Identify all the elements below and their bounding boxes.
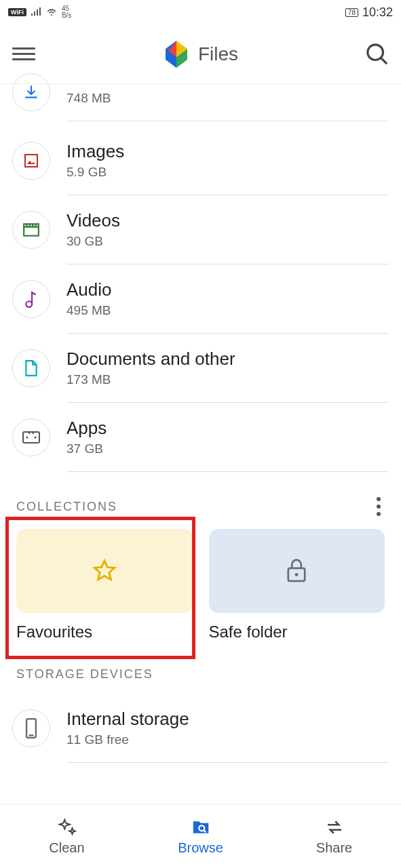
category-images[interactable]: Images 5.9 GB [0, 126, 401, 195]
apps-icon [12, 418, 50, 456]
category-body: 748 MB [66, 84, 389, 121]
lock-icon [285, 558, 308, 584]
hamburger-menu-button[interactable] [12, 43, 35, 66]
safe-folder-label: Safe folder [209, 623, 385, 642]
network-speed: 45 B/s [62, 5, 71, 19]
nav-share-label: Share [316, 840, 352, 856]
category-size: 748 MB [66, 91, 389, 106]
files-app-logo-icon [163, 41, 190, 68]
category-audio[interactable]: Audio 495 MB [0, 264, 401, 334]
download-icon [12, 73, 50, 111]
category-body: Images 5.9 GB [66, 126, 389, 195]
collections-header: COLLECTIONS [16, 500, 117, 514]
storage-sub: 11 GB free [66, 732, 389, 747]
net-speed-unit: B/s [62, 12, 71, 19]
clock: 10:32 [362, 5, 393, 20]
nav-clean-label: Clean [49, 840, 84, 856]
bottom-nav: Clean Browse Share [0, 804, 401, 868]
search-button[interactable] [366, 43, 389, 66]
phone-icon [12, 709, 50, 747]
collections-grid: Favourites Safe folder [0, 529, 401, 660]
status-right: 78 10:32 [345, 5, 393, 20]
nav-browse-label: Browse [178, 840, 223, 856]
wifi-icon [45, 7, 58, 17]
nav-clean[interactable]: Clean [0, 805, 134, 868]
header-title-wrap: Files [47, 41, 354, 68]
category-title: Documents and other [66, 349, 389, 370]
image-icon [12, 142, 50, 180]
video-icon [12, 211, 50, 249]
app-title: Files [198, 43, 238, 65]
favourites-label: Favourites [16, 623, 193, 642]
status-bar: WiFi 45 B/s 78 10:32 [0, 0, 401, 24]
categories-list: 748 MB Images 5.9 GB Videos 30 GB Audio … [0, 84, 401, 472]
battery-indicator: 78 [345, 8, 358, 17]
swap-arrows-icon [324, 817, 345, 837]
category-body: Apps 37 GB [66, 403, 389, 472]
audio-icon [12, 280, 50, 318]
document-icon [12, 349, 50, 387]
category-body: Videos 30 GB [66, 195, 389, 264]
sparkle-icon [57, 817, 77, 837]
folder-search-icon [191, 817, 211, 837]
category-size: 30 GB [66, 234, 389, 249]
category-documents[interactable]: Documents and other 173 MB [0, 334, 401, 403]
collections-header-row: COLLECTIONS [0, 472, 401, 529]
favourites-tile [16, 529, 193, 613]
wifi-badge: WiFi [8, 8, 26, 16]
svg-point-2 [26, 301, 32, 307]
storage-title: Internal storage [66, 709, 389, 730]
category-downloads[interactable]: 748 MB [0, 84, 401, 126]
collection-favourites[interactable]: Favourites [16, 529, 193, 642]
category-size: 495 MB [66, 303, 389, 318]
category-title: Apps [66, 418, 389, 439]
category-videos[interactable]: Videos 30 GB [0, 195, 401, 264]
status-left: WiFi 45 B/s [8, 5, 71, 19]
storage-body: Internal storage 11 GB free [66, 694, 389, 763]
svg-rect-3 [23, 432, 39, 443]
svg-point-5 [35, 437, 37, 439]
storage-internal[interactable]: Internal storage 11 GB free [0, 694, 401, 763]
category-apps[interactable]: Apps 37 GB [0, 403, 401, 472]
nav-browse[interactable]: Browse [134, 805, 267, 868]
category-size: 5.9 GB [66, 165, 389, 180]
svg-point-4 [26, 437, 28, 439]
category-title: Audio [66, 279, 389, 300]
category-title: Videos [66, 210, 389, 231]
category-body: Audio 495 MB [66, 264, 389, 334]
signal-icon [31, 7, 41, 17]
category-size: 173 MB [66, 372, 389, 387]
app-header: Files [0, 24, 401, 84]
nav-share[interactable]: Share [267, 805, 401, 868]
svg-point-7 [295, 573, 299, 576]
collection-safe-folder[interactable]: Safe folder [209, 529, 385, 642]
category-body: Documents and other 173 MB [66, 334, 389, 403]
category-title: Images [66, 141, 389, 162]
collections-more-button[interactable] [371, 496, 386, 517]
storage-header-row: STORAGE DEVICES [0, 660, 401, 694]
storage-header: STORAGE DEVICES [16, 667, 153, 682]
svg-rect-0 [25, 155, 37, 167]
star-icon [92, 559, 117, 583]
category-size: 37 GB [66, 441, 389, 456]
safe-folder-tile [209, 529, 385, 613]
